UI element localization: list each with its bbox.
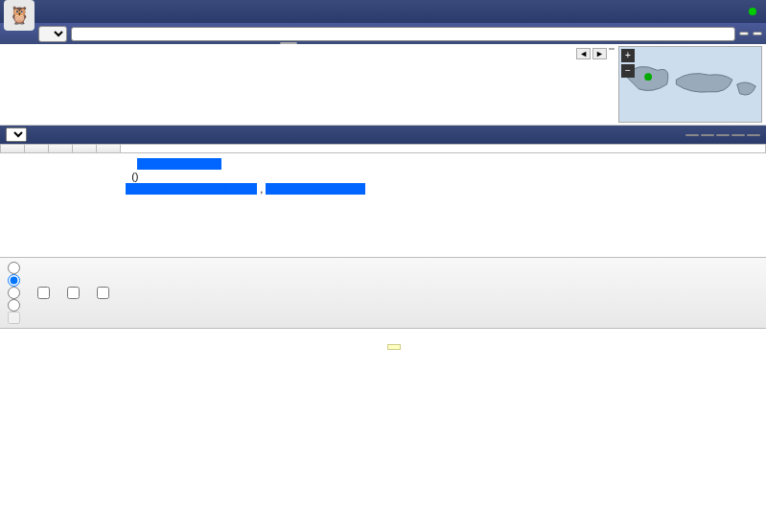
timerange-select[interactable] [38,26,67,42]
destination-raw-button[interactable] [73,145,97,152]
download-pcap-button[interactable] [25,145,49,152]
export-button[interactable] [753,32,762,35]
pager-first[interactable] [685,134,699,136]
opt-natural[interactable] [8,262,22,274]
search-button[interactable] [739,32,749,35]
opt-utf8[interactable] [8,287,22,299]
pager-next[interactable] [731,134,745,136]
map-zoom-out-icon[interactable]: − [621,64,635,78]
svg-point-0 [644,73,652,81]
opt-ascii[interactable] [8,274,22,287]
opt-hex[interactable] [8,299,22,312]
tags-redacted: xxxxxxxxxxxxxx [126,183,257,195]
opt-timestamps[interactable] [97,287,111,299]
zoom-next-icon[interactable]: ► [592,48,607,59]
search-input[interactable] [71,27,735,41]
permalink-button[interactable] [97,145,121,152]
world-map[interactable]: + − [618,46,762,123]
source-raw-button[interactable] [49,145,73,152]
actions-menu[interactable] [1,145,25,152]
sessions-toggle[interactable] [280,42,297,44]
destination-bytes-label [387,344,401,350]
map-zoom-in-icon[interactable]: + [621,49,635,62]
pager-page[interactable] [716,134,730,136]
tags-redacted2: xxxxxxxx [266,183,365,195]
logo-owl [4,0,35,31]
opt-linenum[interactable] [8,312,22,324]
zoom-prev-icon[interactable]: ◄ [576,48,591,59]
timeline-chart[interactable] [4,46,572,123]
page-size-select[interactable] [6,127,27,142]
zoom-out-button[interactable] [609,48,615,50]
pager-last[interactable] [747,134,760,136]
opt-gzip[interactable] [37,287,52,299]
opt-images[interactable] [67,287,81,299]
brand-label [743,8,762,15]
node-value: xxxxx [137,158,221,170]
pager-prev[interactable] [701,134,714,136]
